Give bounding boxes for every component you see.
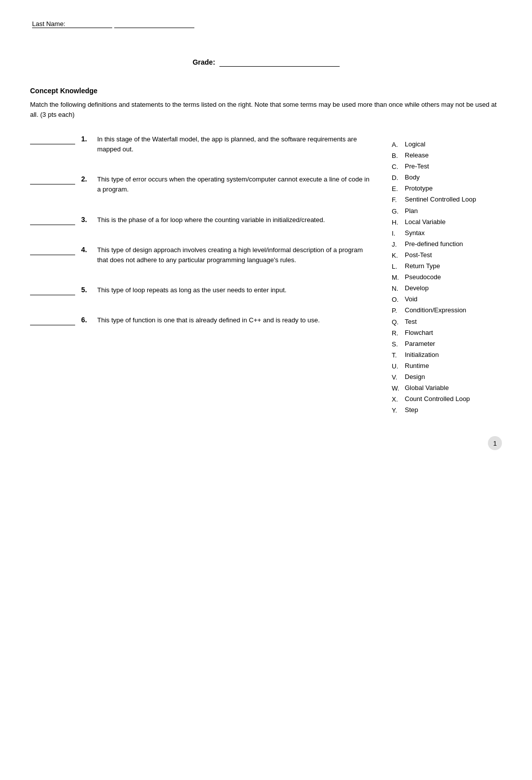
answer-letter-2: B.	[392, 150, 402, 161]
answer-text-19: Parameter	[405, 339, 435, 350]
answer-item-18: R.Flowchart	[392, 328, 502, 339]
answer-letter-4: D.	[392, 172, 402, 183]
answer-item-6: F.Sentinel Controlled Loop	[392, 194, 502, 206]
page-number: 1	[488, 436, 502, 450]
answer-item-14: N.Develop	[392, 283, 502, 294]
question-text-2: This type of error occurs when the opera…	[97, 174, 372, 194]
answer-letter-10: J.	[392, 239, 402, 250]
answer-blank-6[interactable]	[30, 316, 75, 325]
answer-text-21: Runtime	[405, 361, 429, 372]
answer-item-16: P.Condition/Expression	[392, 305, 502, 316]
content-area: 1. In this stage of the Waterfall model,…	[30, 134, 502, 416]
answer-letter-5: E.	[392, 183, 402, 194]
answer-blank-1[interactable]	[30, 135, 75, 144]
answer-item-5: E.Prototype	[392, 183, 502, 194]
last-name-underline	[114, 20, 194, 28]
question-4: 4. This type of design approach involves…	[30, 245, 372, 265]
answer-blank-3[interactable]	[30, 216, 75, 225]
last-name-label: Last Name:	[32, 20, 112, 28]
instructions: Match the following definitions and stat…	[30, 100, 502, 119]
answer-item-11: K.Post-Test	[392, 250, 502, 261]
answer-item-20: T.Initialization	[392, 350, 502, 361]
answer-blank-5[interactable]	[30, 286, 75, 295]
page-header: Last Name:	[30, 20, 502, 28]
question-3: 3. This is the phase of a for loop where…	[30, 215, 372, 225]
answer-item-21: U.Runtime	[392, 361, 502, 372]
answer-item-7: G.Plan	[392, 206, 502, 217]
answer-text-22: Design	[405, 372, 425, 383]
grade-line	[219, 58, 340, 67]
answer-text-25: Step	[405, 405, 418, 416]
question-text-6: This type of function is one that is alr…	[97, 315, 320, 325]
last-name-field: Last Name:	[30, 20, 194, 28]
question-number-3: 3.	[81, 216, 91, 224]
answer-text-7: Plan	[405, 206, 418, 217]
answer-item-10: J.Pre-defined function	[392, 239, 502, 250]
answer-text-20: Initialization	[405, 350, 439, 361]
answer-letter-17: Q.	[392, 317, 402, 328]
answer-letter-23: W.	[392, 383, 402, 394]
answer-letter-24: X.	[392, 394, 402, 405]
answer-text-2: Release	[405, 150, 429, 161]
answer-text-14: Develop	[405, 283, 429, 294]
answer-item-23: W.Global Variable	[392, 383, 502, 394]
answer-blank-2[interactable]	[30, 175, 75, 184]
answer-text-16: Condition/Expression	[405, 305, 466, 316]
answer-item-15: O.Void	[392, 294, 502, 305]
answer-text-10: Pre-defined function	[405, 239, 463, 250]
answer-letter-9: I.	[392, 228, 402, 239]
answer-letter-18: R.	[392, 328, 402, 339]
answer-letter-13: M.	[392, 272, 402, 283]
answer-letter-22: V.	[392, 372, 402, 383]
page-footer: 1	[30, 436, 502, 450]
answer-letter-7: G.	[392, 206, 402, 217]
question-1: 1. In this stage of the Waterfall model,…	[30, 134, 372, 154]
answer-text-18: Flowchart	[405, 328, 433, 339]
answer-text-15: Void	[405, 294, 417, 305]
answer-list: A.LogicalB.ReleaseC.Pre-TestD.BodyE.Prot…	[392, 139, 502, 416]
question-text-5: This type of loop repeats as long as the…	[97, 285, 287, 295]
answer-text-13: Pseudocode	[405, 272, 441, 283]
answer-item-8: H.Local Variable	[392, 217, 502, 228]
question-2: 2. This type of error occurs when the op…	[30, 174, 372, 194]
answer-letter-20: T.	[392, 350, 402, 361]
answer-letter-1: A.	[392, 139, 402, 150]
answers-column: A.LogicalB.ReleaseC.Pre-TestD.BodyE.Prot…	[392, 134, 502, 416]
answer-item-17: Q.Test	[392, 317, 502, 328]
answer-text-4: Body	[405, 172, 420, 183]
answer-item-22: V.Design	[392, 372, 502, 383]
question-text-1: In this stage of the Waterfall model, th…	[97, 134, 372, 154]
answer-letter-15: O.	[392, 294, 402, 305]
answer-letter-16: P.	[392, 305, 402, 316]
answer-item-1: A.Logical	[392, 139, 502, 150]
question-number-6: 6.	[81, 316, 91, 324]
answer-item-9: I.Syntax	[392, 228, 502, 239]
answer-letter-3: C.	[392, 161, 402, 172]
answer-item-24: X.Count Controlled Loop	[392, 394, 502, 405]
question-text-3: This is the phase of a for loop where th…	[97, 215, 325, 225]
answer-letter-14: N.	[392, 283, 402, 294]
answer-item-3: C.Pre-Test	[392, 161, 502, 172]
answer-text-3: Pre-Test	[405, 161, 429, 172]
question-6: 6. This type of function is one that is …	[30, 315, 372, 325]
answer-letter-11: K.	[392, 250, 402, 261]
answer-blank-4[interactable]	[30, 246, 75, 255]
question-number-1: 1.	[81, 135, 91, 143]
questions-column: 1. In this stage of the Waterfall model,…	[30, 134, 382, 416]
answer-item-2: B.Release	[392, 150, 502, 161]
question-number-2: 2.	[81, 175, 91, 183]
answer-item-25: Y.Step	[392, 405, 502, 416]
answer-item-13: M.Pseudocode	[392, 272, 502, 283]
answer-text-17: Test	[405, 317, 417, 328]
answer-text-8: Local Variable	[405, 217, 445, 228]
section-title: Concept Knowledge	[30, 87, 502, 95]
question-number-4: 4.	[81, 246, 91, 254]
answer-text-5: Prototype	[405, 183, 433, 194]
answer-text-12: Return Type	[405, 261, 440, 272]
answer-text-1: Logical	[405, 139, 425, 150]
answer-text-23: Global Variable	[405, 383, 449, 394]
grade-label: Grade:	[192, 58, 215, 67]
answer-letter-21: U.	[392, 361, 402, 372]
answer-letter-12: L.	[392, 261, 402, 272]
grade-row: Grade:	[30, 58, 502, 67]
